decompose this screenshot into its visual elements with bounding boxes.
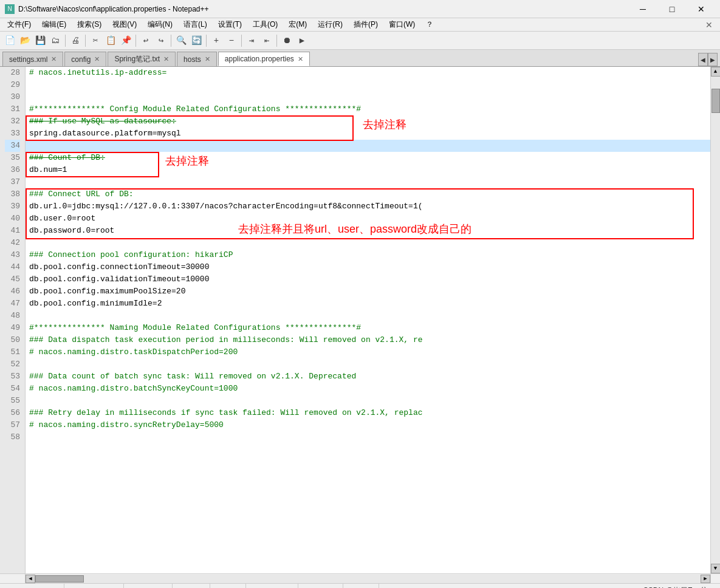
status-ln: Ln : 34 <box>173 584 210 588</box>
tab-spring-notes-close[interactable]: ✕ <box>163 55 169 63</box>
menu-encode[interactable]: 编码(N) <box>143 18 177 31</box>
code-line-31: #*************** Config Module Related C… <box>26 103 710 115</box>
hscroll-left-arrow[interactable]: ◀ <box>26 575 35 583</box>
macro-record-button[interactable]: ⏺ <box>279 33 294 48</box>
open-button[interactable]: 📂 <box>18 33 32 48</box>
hscroll-thumb[interactable] <box>35 575 84 583</box>
menu-tools[interactable]: 工具(O) <box>248 18 283 31</box>
editor-container: 28 29 30 31 32 33 34 35 36 37 38 39 40 4… <box>0 67 720 573</box>
tab-hosts[interactable]: hosts ✕ <box>177 52 217 66</box>
toolbar-sep-1 <box>65 35 66 47</box>
new-button[interactable]: 📄 <box>2 33 17 48</box>
replace-button[interactable]: 🔄 <box>189 33 204 48</box>
code-line-57: # nacos.naming.distro.syncRetryDelay=500… <box>26 419 710 431</box>
copy-button[interactable]: 📋 <box>103 33 118 48</box>
tab-settings-xml-close[interactable]: ✕ <box>51 55 57 63</box>
menu-macro[interactable]: 宏(M) <box>284 18 312 31</box>
code-line-40: db.user.0=root <box>26 213 710 225</box>
hscroll-corner-right <box>710 574 720 583</box>
code-area[interactable]: # nacos.inetutils.ip-address= #*********… <box>26 67 710 573</box>
tab-config[interactable]: config ✕ <box>64 52 106 66</box>
line-numbers: 28 29 30 31 32 33 34 35 36 37 38 39 40 4… <box>0 67 26 573</box>
menu-run[interactable]: 运行(R) <box>313 18 348 31</box>
toolbar-sep-2 <box>85 35 86 47</box>
code-line-50: ### Data dispatch task execution period … <box>26 334 710 346</box>
code-line-29 <box>26 79 710 91</box>
tab-application-properties[interactable]: application.properties ✕ <box>218 52 310 66</box>
code-line-36: db.num=1 <box>26 164 710 176</box>
tab-config-label: config <box>71 55 91 64</box>
code-line-56: ### Retry delay in milliseconds if sync … <box>26 407 710 419</box>
save-button[interactable]: 💾 <box>33 33 47 48</box>
tab-application-properties-close[interactable]: ✕ <box>298 55 303 63</box>
window-title: D:\Software\Nacos\conf\application.prope… <box>18 5 629 13</box>
hscroll-right-arrow[interactable]: ▶ <box>701 575 710 583</box>
tab-hosts-close[interactable]: ✕ <box>205 55 210 63</box>
menu-file[interactable]: 文件(F) <box>2 18 36 31</box>
code-line-34 <box>26 140 710 152</box>
menu-plugins[interactable]: 插件(P) <box>349 18 383 31</box>
macro-play-button[interactable]: ▶ <box>295 33 309 48</box>
vertical-scrollbar[interactable]: ▲ ▼ <box>710 67 720 573</box>
paste-button[interactable]: 📌 <box>118 33 133 48</box>
menu-close-x[interactable]: ✕ <box>701 20 718 30</box>
scroll-up-arrow[interactable]: ▲ <box>711 67 721 77</box>
code-line-35: ### Count of DB: <box>26 152 710 164</box>
menu-window[interactable]: 窗口(W) <box>384 18 420 31</box>
code-line-58 <box>26 431 710 443</box>
minimize-button[interactable]: ─ <box>629 0 657 18</box>
cut-button[interactable]: ✂ <box>88 33 103 48</box>
menu-edit[interactable]: 编辑(E) <box>37 18 71 31</box>
code-line-55 <box>26 395 710 407</box>
outdent-button[interactable]: ⇤ <box>259 33 274 48</box>
menu-view[interactable]: 视图(V) <box>108 18 142 31</box>
save-all-button[interactable]: 🗂 <box>48 33 63 48</box>
tab-application-properties-label: application.properties <box>225 55 294 63</box>
maximize-button[interactable]: □ <box>658 0 686 18</box>
status-line-ending: Unix (LF) <box>298 584 343 588</box>
menu-search[interactable]: 搜索(S) <box>72 18 106 31</box>
menu-lang[interactable]: 语言(L) <box>179 18 212 31</box>
print-button[interactable]: 🖨 <box>68 33 83 48</box>
toolbar-sep-6 <box>241 35 242 47</box>
redo-button[interactable]: ↪ <box>154 33 168 48</box>
tab-spring-notes[interactable]: Spring笔记.txt ✕ <box>108 52 176 66</box>
scroll-thumb[interactable] <box>711 89 720 113</box>
code-line-54: # nacos.naming.distro.batchSyncKeyCount=… <box>26 383 710 395</box>
status-lines: lines : 233 <box>124 584 173 588</box>
code-line-28: # nacos.inetutils.ip-address= <box>26 67 710 79</box>
tab-settings-xml[interactable]: settings.xml ✕ <box>2 52 63 66</box>
status-right-text: CSDN @饶日Euo往 <box>636 584 715 588</box>
code-line-53: ### Data count of batch sync task: Will … <box>26 371 710 383</box>
toolbar: 📄 📂 💾 🗂 🖨 ✂ 📋 📌 ↩ ↪ 🔍 🔄 + − ⇥ ⇤ ⏺ ▶ <box>0 32 720 50</box>
status-filetype: Properties file <box>5 584 64 588</box>
code-line-30 <box>26 91 710 103</box>
menu-help[interactable]: ？ <box>421 18 438 31</box>
find-button[interactable]: 🔍 <box>174 33 188 48</box>
zoom-out-button[interactable]: − <box>224 33 239 48</box>
code-line-39: db.url.0=jdbc:mysql://127.0.0.1:3307/nac… <box>26 200 710 213</box>
code-line-46: db.pool.config.maximumPoolSize=20 <box>26 285 710 298</box>
status-pos: Pos : 1,170 <box>246 584 298 588</box>
code-line-44: db.pool.config.connectionTimeout=30000 <box>26 261 710 273</box>
indent-button[interactable]: ⇥ <box>244 33 259 48</box>
zoom-in-button[interactable]: + <box>209 33 224 48</box>
hscroll-area[interactable]: ◀ ▶ <box>26 574 710 583</box>
scroll-track[interactable] <box>711 77 720 564</box>
tab-scroll-right[interactable]: ▶ <box>708 53 718 66</box>
tab-scroll-left[interactable]: ◀ <box>698 53 708 66</box>
scroll-down-arrow[interactable]: ▼ <box>711 564 721 573</box>
editor-wrapper: 28 29 30 31 32 33 34 35 36 37 38 39 40 4… <box>0 67 720 573</box>
tab-hosts-label: hosts <box>183 55 201 64</box>
close-button[interactable]: ✕ <box>687 0 715 18</box>
code-line-43: ### Connection pool configuration: hikar… <box>26 249 710 261</box>
undo-button[interactable]: ↩ <box>139 33 153 48</box>
code-line-52 <box>26 358 710 371</box>
window-controls: ─ □ ✕ <box>629 0 715 18</box>
status-encoding: UTF-8 <box>343 584 379 588</box>
code-line-33: spring.datasource.platform=mysql <box>26 128 710 140</box>
tab-config-close[interactable]: ✕ <box>94 55 100 63</box>
hscroll-corner-left <box>0 574 26 583</box>
hscroll-track[interactable] <box>35 575 701 583</box>
menu-settings[interactable]: 设置(T) <box>213 18 247 31</box>
